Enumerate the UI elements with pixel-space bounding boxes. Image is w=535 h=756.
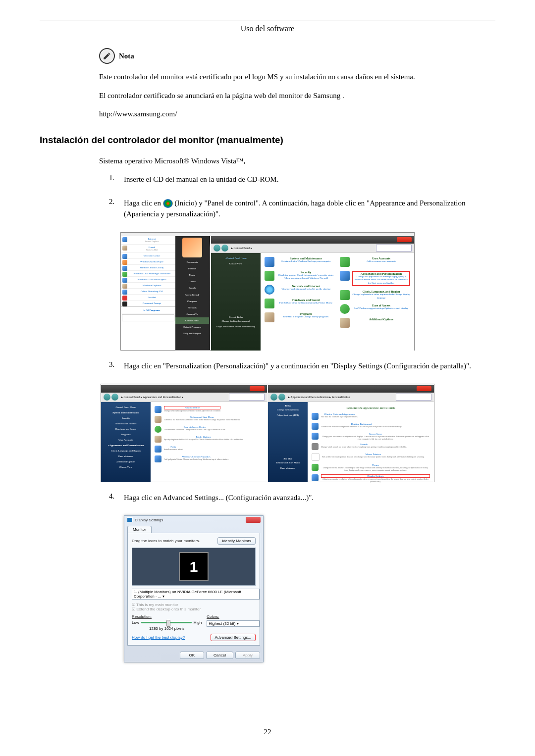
start-item[interactable]: Welcome Center xyxy=(121,253,175,259)
start-item[interactable]: Windows Photo Gallery xyxy=(121,265,175,271)
monitor-1[interactable]: 1 xyxy=(179,552,209,581)
extend-desktop-checkbox[interactable]: ☑ Extend the desktop onto this monitor xyxy=(132,607,256,611)
start-right-item[interactable]: Games xyxy=(175,278,209,285)
nav-back-icon[interactable] xyxy=(104,394,110,401)
cp-sub[interactable]: Play CDs or other media automatically Pr… xyxy=(277,302,335,305)
start-item[interactable]: Acrobat xyxy=(121,295,175,301)
sidebar-item[interactable]: Additional Options xyxy=(104,459,148,464)
cp-home-link[interactable]: • Control Panel Home xyxy=(214,255,258,261)
sidebar-item[interactable]: Network and Internet xyxy=(104,421,148,426)
nav-fwd-icon[interactable] xyxy=(111,394,118,401)
pers-item-link[interactable]: Window Color and Appearance xyxy=(321,413,358,415)
sidebar-classic[interactable]: Classic View xyxy=(104,464,148,470)
tab-monitor[interactable]: Monitor xyxy=(127,526,152,533)
main-monitor-checkbox[interactable]: ☑ This is my main monitor xyxy=(132,603,256,607)
close-icon[interactable] xyxy=(250,386,265,391)
cp-home-link[interactable]: Control Panel Home xyxy=(104,404,148,410)
resolution-slider[interactable] xyxy=(141,622,192,623)
start-right-item[interactable]: Network xyxy=(175,304,209,311)
start-item[interactable]: Windows DVD Maker Space xyxy=(121,277,175,283)
ok-button[interactable]: OK xyxy=(180,652,205,659)
start-item[interactable]: Command Prompt xyxy=(121,301,175,306)
search-input[interactable] xyxy=(396,394,431,401)
recent-task[interactable]: Play CDs or other media automatically xyxy=(214,324,258,329)
pers-sub: Change which sounds are heard when you d… xyxy=(321,446,407,448)
sidebar-item[interactable]: System and Maintenance xyxy=(104,410,148,415)
cp-sub[interactable]: View network status and tasks Set up fil… xyxy=(277,288,335,291)
see-link[interactable]: Ease of Access xyxy=(270,465,305,471)
all-programs[interactable]: ▸ All Programs xyxy=(121,306,175,313)
cp-classic-link[interactable]: Classic View xyxy=(214,261,258,266)
pers-sub[interactable]: Install or remove a font xyxy=(164,448,183,451)
breadcrumb[interactable]: ▸ Control Panel ▸ Appearance and Persona… xyxy=(121,395,183,399)
sidebar-ap[interactable]: • Appearance and Personalization xyxy=(104,443,148,448)
start-item[interactable]: Windows Media Player xyxy=(121,259,175,265)
breadcrumb[interactable]: ▸ Appearance and Personalization ▸ Perso… xyxy=(288,395,350,399)
network-icon xyxy=(265,285,274,295)
nav-back-icon[interactable] xyxy=(214,245,220,252)
colors-dropdown[interactable]: Highest (32 bit) ▾ xyxy=(207,620,260,627)
help-link[interactable]: How do I get the best display? xyxy=(132,635,185,640)
apply-button[interactable]: Apply xyxy=(235,652,260,659)
pers-icon xyxy=(312,423,319,430)
cp-appearance-link[interactable]: Appearance and Personalization xyxy=(354,272,408,275)
breadcrumb[interactable]: ▸ Control Panel ▸ xyxy=(231,246,252,250)
pers-sub[interactable]: Customize the Start menu Customize icons… xyxy=(164,418,240,421)
pers-sub[interactable]: Specify single- or double-click to open … xyxy=(164,438,243,441)
start-right-item[interactable]: Pictures xyxy=(175,265,209,272)
pers-sub[interactable]: Add gadgets to Sidebar Choose whether to… xyxy=(164,458,228,460)
search-input[interactable] xyxy=(376,245,412,252)
cp-sub[interactable]: Change keyboards or other input methods … xyxy=(352,293,410,300)
pers-sub[interactable]: Change desktop background Customize colo… xyxy=(164,409,220,412)
display-settings-dialog: Display Settings Monitor Drag the icons … xyxy=(124,515,264,662)
cp-sub[interactable]: Check for updates Check this computer's … xyxy=(277,274,335,280)
pers-sub[interactable]: Accommodate low vision Change screen rea… xyxy=(164,428,225,431)
start-item[interactable]: Windows Explorer xyxy=(121,283,175,289)
resolution-label: Resolution: xyxy=(132,614,202,619)
cp-sub[interactable]: Get started with Windows Back up your co… xyxy=(277,260,335,263)
sidebar-item[interactable]: User Accounts xyxy=(104,437,148,443)
cp-sub[interactable]: Let Windows suggest settings Optimize vi… xyxy=(352,307,410,310)
start-search-input[interactable] xyxy=(122,314,174,321)
recent-task[interactable]: Change desktop background xyxy=(214,318,258,324)
start-item[interactable]: Adobe Photoshop CS2 xyxy=(121,289,175,295)
start-item[interactable]: InternetInternet Explorer xyxy=(121,236,175,245)
cp-sub[interactable]: Add or remove user accounts xyxy=(352,260,410,263)
start-right-item[interactable]: Search xyxy=(175,285,209,291)
start-right-item[interactable]: Help and Support xyxy=(175,330,209,337)
advanced-settings-button[interactable]: Advanced Settings... xyxy=(211,634,256,641)
nav-back-icon[interactable] xyxy=(270,394,277,401)
cp-category[interactable]: Additional Options xyxy=(352,318,410,321)
sidebar-item[interactable]: Clock, Language, and Region xyxy=(104,448,148,454)
sidebar-item[interactable]: Ease of Access xyxy=(104,454,148,459)
display-settings-link[interactable]: Display Settings xyxy=(321,474,430,478)
start-item[interactable]: Windows Live Messenger Download xyxy=(121,271,175,277)
sidebar-item[interactable]: Security xyxy=(104,415,148,421)
sidebar-item[interactable]: Programs xyxy=(104,432,148,437)
search-input[interactable] xyxy=(229,394,265,401)
start-right-item[interactable]: Documents xyxy=(175,259,209,265)
task-link[interactable]: Change desktop icons xyxy=(270,407,305,412)
task-link[interactable]: Adjust font size (DPI) xyxy=(270,412,305,418)
start-right-item[interactable]: Music xyxy=(175,272,209,278)
start-right-item[interactable]: Recent Items ▸ xyxy=(175,291,209,298)
close-icon[interactable] xyxy=(397,237,412,242)
start-right-item[interactable]: Connect To xyxy=(175,311,209,317)
close-icon[interactable] xyxy=(417,386,431,391)
monitor-preview-area[interactable]: 1 xyxy=(132,548,256,586)
personalization-link[interactable]: Personalization xyxy=(164,406,220,409)
close-icon[interactable] xyxy=(246,517,261,523)
see-link[interactable]: Taskbar and Start Menu xyxy=(270,460,305,465)
start-item[interactable]: E-mailWindows Mail xyxy=(121,245,175,253)
monitor-dropdown[interactable]: 1. (Multiple Monitors) on NVIDIA GeForce… xyxy=(132,589,260,600)
cp-sub[interactable]: Uninstall a program Change startup progr… xyxy=(277,315,335,319)
start-right-item[interactable]: Computer xyxy=(175,298,209,304)
sidebar-item[interactable]: Hardware and Sound xyxy=(104,426,148,432)
identify-monitors-button[interactable]: Identify Monitors xyxy=(217,537,256,545)
nav-fwd-icon[interactable] xyxy=(221,245,228,252)
cp-sub[interactable]: Change the appearance of desktop Apply, … xyxy=(354,275,408,285)
start-control-panel[interactable]: Control Panel xyxy=(175,317,209,324)
cancel-button[interactable]: Cancel xyxy=(206,652,233,659)
nav-fwd-icon[interactable] xyxy=(278,394,285,401)
start-right-item[interactable]: Default Programs xyxy=(175,324,209,330)
